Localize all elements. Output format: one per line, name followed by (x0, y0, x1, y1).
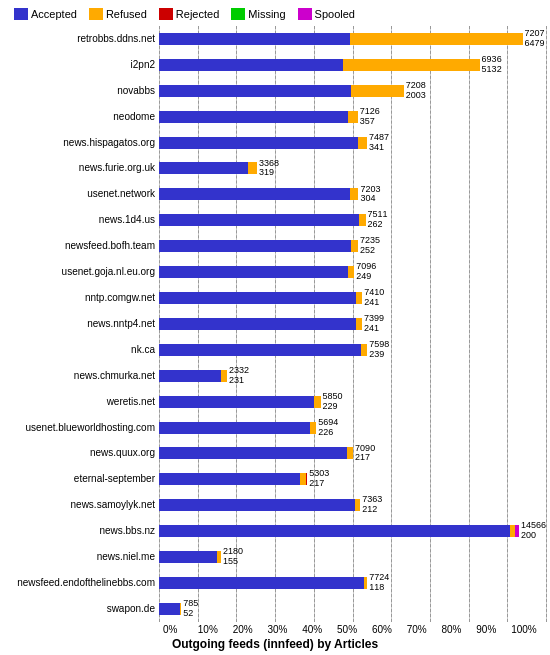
bar-segment (350, 188, 358, 200)
y-label: news.nntp4.net (4, 315, 155, 332)
bar-segment (159, 33, 350, 45)
legend-item: Missing (231, 8, 285, 20)
y-label: retrobbs.ddns.net (4, 30, 155, 47)
bar-segment (359, 214, 366, 226)
bar-row: 7511262 (159, 212, 546, 229)
bar-segment (159, 292, 356, 304)
bar-row: 7126357 (159, 108, 546, 125)
legend-color (298, 8, 312, 20)
x-tick: 60% (372, 624, 407, 635)
bar-segment (364, 577, 367, 589)
y-label: news.hispagatos.org (4, 134, 155, 151)
bar-segment (159, 422, 310, 434)
bar-row: 7487341 (159, 134, 546, 151)
bar-value-label: 5303217 (309, 469, 329, 489)
bar-segment (355, 499, 361, 511)
legend-label: Spooled (315, 8, 355, 20)
bar-row: 5303217 (159, 471, 546, 488)
bar-row: 7203304 (159, 186, 546, 203)
bar-segment (348, 266, 355, 278)
bar-row: 72076479 (159, 30, 546, 47)
x-tick: 10% (198, 624, 233, 635)
y-label: usenet.network (4, 186, 155, 203)
x-tick: 100% (511, 624, 546, 635)
bar-value-label: 7410241 (364, 288, 384, 308)
bar-value-label: 7511262 (368, 210, 388, 230)
bar-segment (159, 551, 217, 563)
bar-value-label: 7363212 (362, 495, 382, 515)
y-label: newsfeed.endofthelinebbs.com (4, 574, 155, 591)
bar-segment (159, 396, 314, 408)
legend-color (231, 8, 245, 20)
x-tick: 0% (163, 624, 198, 635)
bar-value-label: 7235252 (360, 236, 380, 256)
bar-segment (159, 85, 351, 97)
bar-segment (347, 447, 353, 459)
bar-row: 7235252 (159, 238, 546, 255)
legend-label: Accepted (31, 8, 77, 20)
bar-value-label: 2332231 (229, 366, 249, 386)
y-label: news.bbs.nz (4, 523, 155, 540)
bar-value-label: 7487341 (369, 133, 389, 153)
bar-value-label: 7096249 (356, 262, 376, 282)
x-tick: 30% (267, 624, 302, 635)
bar-segment (221, 370, 227, 382)
bar-value-label: 7724118 (369, 573, 389, 593)
bar-value-label: 7126357 (360, 107, 380, 127)
legend-label: Rejected (176, 8, 219, 20)
bar-segment (159, 188, 350, 200)
bar-segment (351, 85, 404, 97)
x-tick: 90% (476, 624, 511, 635)
bar-value-label: 3368319 (259, 159, 279, 179)
bar-segment (159, 162, 248, 174)
bar-segment (343, 59, 479, 71)
bar-row: 7096249 (159, 264, 546, 281)
bar-row: 5850229 (159, 393, 546, 410)
y-label: i2pn2 (4, 56, 155, 73)
legend-color (89, 8, 103, 20)
bar-segment (159, 603, 180, 615)
y-label: usenet.blueworldhosting.com (4, 419, 155, 436)
bar-segment (306, 473, 308, 485)
bar-segment (159, 240, 351, 252)
bars-area: 7207647969365132720820037126357748734133… (159, 26, 546, 622)
y-label: news.1d4.us (4, 212, 155, 229)
bar-segment (310, 422, 316, 434)
bar-segment (159, 370, 221, 382)
bar-segment (159, 214, 359, 226)
bar-row: 69365132 (159, 56, 546, 73)
bar-segment (356, 292, 362, 304)
bar-segment (159, 577, 364, 589)
y-label: news.furie.org.uk (4, 160, 155, 177)
bar-row: 7724118 (159, 574, 546, 591)
bar-segment (159, 447, 347, 459)
bar-value-label: 5694226 (318, 418, 338, 438)
y-label: nntp.comgw.net (4, 290, 155, 307)
legend-item: Refused (89, 8, 147, 20)
bar-value-label: 14566200 (521, 521, 546, 541)
x-tick: 20% (233, 624, 268, 635)
bar-row: 5694226 (159, 419, 546, 436)
bar-value-label: 69365132 (482, 55, 502, 75)
y-label: news.quux.org (4, 445, 155, 462)
chart-area: retrobbs.ddns.neti2pn2novabbsneodomenews… (4, 26, 546, 622)
bar-row: 2180155 (159, 549, 546, 566)
bar-segment (159, 473, 300, 485)
legend-item: Accepted (14, 8, 77, 20)
y-labels: retrobbs.ddns.neti2pn2novabbsneodomenews… (4, 26, 159, 622)
y-label: usenet.goja.nl.eu.org (4, 264, 155, 281)
bar-row: 7399241 (159, 315, 546, 332)
legend-item: Spooled (298, 8, 355, 20)
bar-segment (351, 240, 358, 252)
bar-row: 7598239 (159, 341, 546, 358)
bar-row: 7410241 (159, 290, 546, 307)
bar-row: 72082003 (159, 82, 546, 99)
bar-row: 7363212 (159, 497, 546, 514)
legend: AcceptedRefusedRejectedMissingSpooled (4, 8, 546, 20)
y-label: weretis.net (4, 393, 155, 410)
bar-value-label: 7598239 (369, 340, 389, 360)
bar-segment (159, 266, 348, 278)
bar-segment (314, 396, 320, 408)
bar-row: 78552 (159, 600, 546, 617)
bar-segment (361, 344, 367, 356)
